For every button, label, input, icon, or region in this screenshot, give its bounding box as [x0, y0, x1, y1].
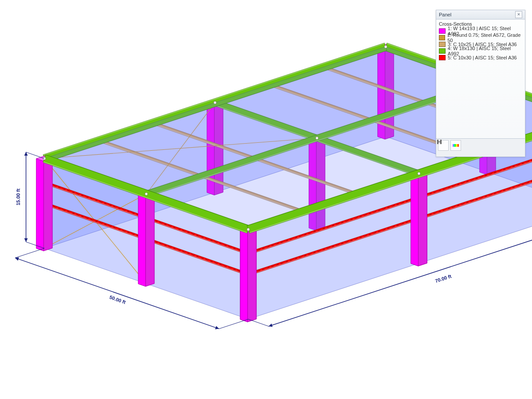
svg-marker-40	[15, 257, 19, 261]
legend-swatch	[439, 55, 446, 60]
legend-swatch	[439, 42, 446, 47]
legend-swatch	[439, 48, 446, 54]
column	[138, 194, 146, 286]
legend-swatch	[439, 35, 445, 40]
panel-footer	[436, 138, 525, 156]
column	[411, 174, 419, 266]
legend-item[interactable]: 5: C 10x30 | AISC 15; Steel A36	[439, 55, 522, 61]
node-icon	[418, 172, 420, 175]
column	[247, 229, 256, 322]
dim-height: 15.00 ft	[16, 188, 21, 205]
svg-line-33	[26, 152, 44, 158]
node-icon	[214, 102, 216, 104]
column	[240, 230, 248, 322]
legend-list: 1: W 14x193 | AISC 15; Steel A9922: Roun…	[436, 28, 525, 64]
svg-marker-35	[24, 239, 28, 242]
svg-marker-45	[269, 324, 273, 327]
node-icon	[384, 46, 387, 48]
column	[43, 158, 52, 251]
node-icon	[247, 228, 250, 231]
section-preview-icon[interactable]	[438, 140, 449, 151]
legend-swatch	[439, 28, 446, 34]
svg-line-42	[248, 319, 269, 326]
column	[36, 159, 44, 251]
panel-header[interactable]: Panel ×	[436, 10, 525, 20]
dim-length: 70.00 ft	[434, 273, 452, 283]
node-icon	[316, 137, 318, 140]
legend-label: 5: C 10x30 | AISC 15; Steel A36	[448, 55, 517, 60]
svg-line-38	[219, 319, 248, 329]
legend-item[interactable]: 4: W 18x130 | AISC 15; Steel A992	[439, 48, 522, 54]
column	[145, 194, 154, 286]
svg-line-37	[15, 248, 44, 258]
color-scale-icon[interactable]	[450, 140, 461, 151]
node-icon	[145, 193, 148, 196]
close-icon[interactable]: ×	[515, 11, 522, 18]
legend-item[interactable]: 2: Round 0.75; Steel A572, Grade 50	[439, 35, 522, 41]
panel-title: Panel	[439, 12, 451, 17]
cross-sections-panel[interactable]: Panel × Cross-Sections 1: W 14x193 | AIS…	[436, 10, 525, 157]
column	[418, 173, 427, 266]
svg-marker-41	[215, 326, 219, 329]
